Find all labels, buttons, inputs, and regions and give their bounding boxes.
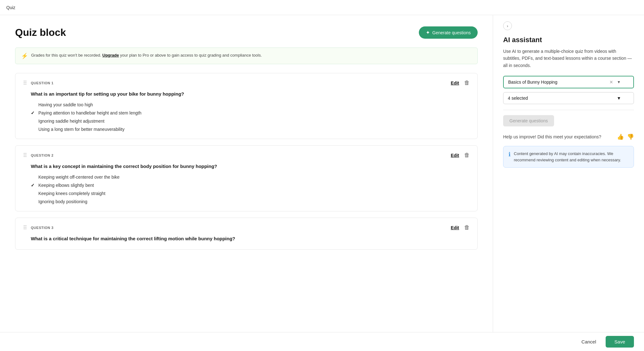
question-card-2: ⠿ QUESTION 2 Edit 🗑 What is a key concep…	[15, 145, 478, 211]
question-actions-3: Edit 🗑	[451, 224, 470, 231]
question-card-3: ⠿ QUESTION 3 Edit 🗑 What is a critical t…	[15, 218, 478, 250]
course-select-container: Basics of Bunny Hopping ✕ ▼	[503, 76, 634, 88]
chevron-right-icon: ›	[507, 24, 508, 28]
select-controls: ✕ ▼	[609, 80, 621, 85]
question-text-2: What is a key concept in maintaining the…	[31, 163, 470, 170]
divider	[503, 110, 634, 110]
question-header-3: QUESTION 3 Edit 🗑	[31, 224, 470, 231]
answer-text: Using a long stem for better maneuverabi…	[38, 127, 125, 132]
feedback-text: Help us improve! Did this meet your expe…	[503, 134, 601, 139]
feedback-row: Help us improve! Did this meet your expe…	[503, 132, 634, 142]
chevron-down-icon: ▼	[617, 80, 621, 84]
question-text-1: What is an important tip for setting up …	[31, 91, 470, 97]
main-layout: Quiz block ✦ Generate questions ⚡ Grades…	[0, 15, 644, 351]
left-panel: Quiz block ✦ Generate questions ⚡ Grades…	[0, 15, 493, 351]
generate-btn-label: Generate questions	[432, 30, 471, 35]
card-inner-2: ⠿ QUESTION 2 Edit 🗑 What is a key concep…	[23, 152, 470, 205]
answer-text: Keeping knees completely straight	[38, 191, 105, 196]
answer-item: ✓ Paying attention to handlebar height a…	[31, 110, 470, 116]
course-select-value: Basics of Bunny Hopping	[508, 80, 557, 85]
card-content-1: QUESTION 1 Edit 🗑 What is an important t…	[31, 80, 470, 132]
cancel-button[interactable]: Cancel	[576, 337, 601, 347]
drag-handle-2[interactable]: ⠿	[23, 152, 27, 159]
answer-text: Having your saddle too high	[38, 102, 93, 107]
drag-handle-3[interactable]: ⠿	[23, 224, 27, 231]
generate-questions-ai-button[interactable]: Generate questions	[503, 115, 554, 126]
edit-button-1[interactable]: Edit	[451, 81, 459, 86]
top-bar: Quiz	[0, 0, 644, 15]
answer-text: Keeping elbows slightly bent	[38, 183, 94, 188]
answer-text: Keeping weight off-centered over the bik…	[38, 175, 119, 180]
answer-text: Ignoring saddle height adjustment	[38, 119, 104, 124]
feedback-icons: 👍 👎	[617, 133, 634, 140]
ai-notice-text: Content generated by AI may contain inac…	[514, 151, 629, 163]
answer-text: Paying attention to handlebar height and…	[38, 110, 142, 115]
collapse-panel-button[interactable]: ›	[503, 21, 512, 30]
right-panel: › AI assistant Use AI to generate a mult…	[493, 15, 644, 351]
clear-course-button[interactable]: ✕	[609, 80, 613, 85]
thumbs-up-button[interactable]: 👍	[617, 133, 624, 140]
card-content-2: QUESTION 2 Edit 🗑 What is a key concept …	[31, 152, 470, 205]
upgrade-link[interactable]: Upgrade	[103, 53, 119, 58]
card-inner-3: ⠿ QUESTION 3 Edit 🗑 What is a critical t…	[23, 224, 470, 246]
answer-item: ✓ Keeping elbows slightly bent	[31, 182, 470, 188]
topbar-label: Quiz	[6, 5, 15, 10]
question-text-3: What is a critical technique for maintai…	[31, 235, 470, 242]
info-icon: ℹ	[508, 151, 511, 158]
answer-item: Ignoring body positioning	[31, 198, 470, 205]
quiz-title: Quiz block	[15, 27, 66, 38]
generate-questions-button[interactable]: ✦ Generate questions	[419, 26, 478, 39]
ai-assistant-title: AI assistant	[503, 36, 634, 44]
card-inner-1: ⠿ QUESTION 1 Edit 🗑 What is an important…	[23, 80, 470, 132]
ai-notice: ℹ Content generated by AI may contain in…	[503, 146, 634, 168]
upgrade-notice: ⚡ Grades for this quiz won't be recorded…	[15, 47, 478, 64]
answer-item: Having your saddle too high	[31, 102, 470, 108]
course-select[interactable]: Basics of Bunny Hopping ✕ ▼	[503, 76, 634, 88]
ai-description: Use AI to generate a multiple-choice qui…	[503, 48, 634, 69]
edit-button-2[interactable]: Edit	[451, 153, 459, 158]
drag-handle-1[interactable]: ⠿	[23, 80, 27, 86]
check-icon: ✓	[31, 110, 36, 115]
check-icon: ✓	[31, 183, 36, 188]
answer-item: Using a long stem for better maneuverabi…	[31, 126, 470, 132]
question-label-2: QUESTION 2	[31, 153, 53, 157]
count-select-value: 4 selected	[508, 96, 528, 101]
bolt-icon: ⚡	[21, 53, 28, 59]
answer-list-2: Keeping weight off-centered over the bik…	[31, 174, 470, 205]
delete-button-1[interactable]: 🗑	[464, 80, 470, 86]
card-content-3: QUESTION 3 Edit 🗑 What is a critical tec…	[31, 224, 470, 246]
question-header-2: QUESTION 2 Edit 🗑	[31, 152, 470, 159]
question-label-1: QUESTION 1	[31, 81, 53, 85]
sparkle-icon: ✦	[426, 30, 430, 36]
delete-button-2[interactable]: 🗑	[464, 152, 470, 159]
question-header-1: QUESTION 1 Edit 🗑	[31, 80, 470, 86]
chevron-down-icon: ▼	[617, 96, 621, 101]
delete-button-3[interactable]: 🗑	[464, 224, 470, 231]
quiz-header: Quiz block ✦ Generate questions	[15, 26, 478, 39]
question-actions-2: Edit 🗑	[451, 152, 470, 159]
save-button[interactable]: Save	[606, 336, 634, 348]
answer-item: Ignoring saddle height adjustment	[31, 118, 470, 124]
answer-item: Keeping knees completely straight	[31, 190, 470, 197]
count-select[interactable]: 4 selected ▼	[503, 92, 634, 104]
question-actions-1: Edit 🗑	[451, 80, 470, 86]
upgrade-text: Grades for this quiz won't be recorded. …	[31, 52, 262, 58]
answer-item: Keeping weight off-centered over the bik…	[31, 174, 470, 180]
answer-text: Ignoring body positioning	[38, 199, 87, 204]
footer-bar: Cancel Save	[0, 332, 644, 351]
thumbs-down-button[interactable]: 👎	[627, 133, 634, 140]
edit-button-3[interactable]: Edit	[451, 225, 459, 230]
answer-list-1: Having your saddle too high ✓ Paying att…	[31, 102, 470, 132]
question-label-3: QUESTION 3	[31, 226, 53, 230]
question-card-1: ⠿ QUESTION 1 Edit 🗑 What is an important…	[15, 73, 478, 139]
